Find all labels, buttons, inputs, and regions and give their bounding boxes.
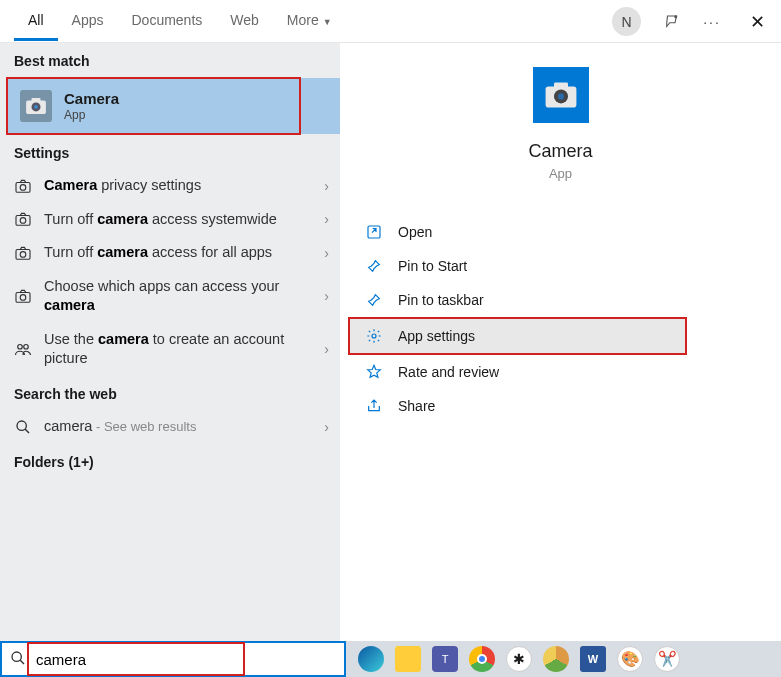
paint-icon[interactable]: 🎨 — [617, 646, 643, 672]
preview-actions: Open Pin to Start Pin to taskbar App set… — [340, 215, 781, 423]
chevron-right-icon: › — [324, 178, 329, 194]
settings-item-camera-privacy[interactable]: Camera privacy settings › — [0, 169, 340, 203]
svg-point-15 — [17, 421, 26, 430]
svg-point-10 — [20, 252, 26, 258]
chrome-icon[interactable] — [469, 646, 495, 672]
svg-point-0 — [674, 15, 677, 18]
action-pin-taskbar[interactable]: Pin to taskbar — [340, 283, 781, 317]
web-item-camera[interactable]: camera - See web results › — [0, 410, 340, 444]
main-area: Best match Camera App Settings Camera pr… — [0, 43, 781, 641]
search-box[interactable] — [0, 641, 346, 677]
action-open[interactable]: Open — [340, 215, 781, 249]
tab-more[interactable]: More▼ — [273, 1, 346, 41]
share-icon — [364, 398, 384, 414]
star-icon — [364, 364, 384, 380]
search-input[interactable] — [30, 645, 232, 673]
svg-rect-5 — [16, 182, 30, 192]
preview-subtitle: App — [340, 166, 781, 181]
web-item-label: camera - See web results — [44, 417, 324, 437]
section-settings: Settings — [0, 135, 340, 169]
settings-item-account-picture[interactable]: Use the camera to create an account pict… — [0, 323, 340, 376]
action-label: Pin to taskbar — [398, 292, 484, 308]
preview-title: Camera — [340, 141, 781, 162]
user-avatar[interactable]: N — [612, 7, 641, 36]
svg-point-6 — [20, 184, 26, 190]
teams-icon[interactable]: T — [432, 646, 458, 672]
camera-icon — [12, 212, 34, 226]
svg-rect-11 — [16, 293, 30, 303]
settings-item-label: Turn off camera access for all apps — [44, 243, 324, 263]
search-icon — [12, 419, 34, 435]
settings-item-choose-apps[interactable]: Choose which apps can access your camera… — [0, 270, 340, 323]
chevron-right-icon: › — [324, 211, 329, 227]
snip-icon[interactable]: ✂️ — [654, 646, 680, 672]
more-icon[interactable]: ··· — [703, 13, 721, 31]
chevron-right-icon: › — [324, 288, 329, 304]
feedback-icon[interactable] — [663, 13, 681, 31]
action-label: Open — [398, 224, 432, 240]
section-search-web: Search the web — [0, 376, 340, 410]
open-icon — [364, 224, 384, 240]
chevron-right-icon: › — [324, 341, 329, 357]
tab-web[interactable]: Web — [216, 1, 273, 41]
chevron-down-icon: ▼ — [323, 17, 332, 27]
tab-apps[interactable]: Apps — [58, 1, 118, 41]
people-icon — [12, 341, 34, 357]
svg-point-14 — [24, 345, 29, 350]
svg-rect-2 — [32, 98, 41, 103]
taskbar: T ✱ W 🎨 ✂️ — [0, 641, 781, 677]
app-tile-icon[interactable] — [533, 67, 589, 123]
svg-point-21 — [372, 334, 376, 338]
settings-item-turn-off-all-apps[interactable]: Turn off camera access for all apps › — [0, 236, 340, 270]
settings-item-label: Camera privacy settings — [44, 176, 324, 196]
svg-rect-20 — [368, 226, 380, 238]
camera-app-icon — [20, 90, 52, 122]
taskbar-icons: T ✱ W 🎨 ✂️ — [346, 641, 781, 677]
slack-icon[interactable]: ✱ — [506, 646, 532, 672]
chevron-right-icon: › — [324, 245, 329, 261]
action-label: App settings — [398, 328, 475, 344]
chrome-canary-icon[interactable] — [543, 646, 569, 672]
svg-point-8 — [20, 218, 26, 224]
close-button[interactable]: ✕ — [743, 8, 771, 36]
settings-item-label: Use the camera to create an account pict… — [44, 330, 324, 369]
svg-rect-17 — [554, 82, 568, 89]
section-folders: Folders (1+) — [0, 444, 340, 478]
action-app-settings[interactable]: App settings — [350, 319, 685, 353]
app-preview-header: Camera App — [340, 43, 781, 181]
action-label: Share — [398, 398, 435, 414]
svg-point-4 — [34, 105, 38, 109]
file-explorer-icon[interactable] — [395, 646, 421, 672]
edge-icon[interactable] — [358, 646, 384, 672]
svg-point-13 — [18, 345, 23, 350]
svg-rect-9 — [16, 249, 30, 259]
best-match-title: Camera — [64, 90, 119, 107]
best-match-text: Camera App — [64, 90, 119, 122]
action-rate-review[interactable]: Rate and review — [340, 355, 781, 389]
highlight-app-settings: App settings — [348, 317, 687, 355]
best-match-row: Camera App — [0, 77, 340, 135]
chevron-right-icon: › — [324, 419, 329, 435]
best-match-subtitle: App — [64, 108, 119, 122]
action-pin-start[interactable]: Pin to Start — [340, 249, 781, 283]
pin-icon — [364, 292, 384, 308]
action-label: Pin to Start — [398, 258, 467, 274]
settings-item-turn-off-systemwide[interactable]: Turn off camera access systemwide › — [0, 203, 340, 237]
action-share[interactable]: Share — [340, 389, 781, 423]
best-match-highlight-ext — [301, 78, 340, 134]
tab-all[interactable]: All — [14, 1, 58, 41]
highlight-search — [27, 642, 245, 676]
gear-icon — [364, 328, 384, 344]
header-controls: N ··· ✕ — [612, 7, 771, 36]
filter-tabs: All Apps Documents Web More▼ — [14, 1, 346, 41]
svg-point-22 — [12, 652, 21, 661]
pin-icon — [364, 258, 384, 274]
results-panel: Best match Camera App Settings Camera pr… — [0, 43, 340, 641]
word-icon[interactable]: W — [580, 646, 606, 672]
header-bar: All Apps Documents Web More▼ N ··· ✕ — [0, 0, 781, 43]
best-match-item[interactable]: Camera App — [6, 77, 301, 135]
camera-icon — [12, 246, 34, 260]
settings-item-label: Turn off camera access systemwide — [44, 210, 324, 230]
tab-documents[interactable]: Documents — [117, 1, 216, 41]
section-best-match: Best match — [0, 43, 340, 77]
